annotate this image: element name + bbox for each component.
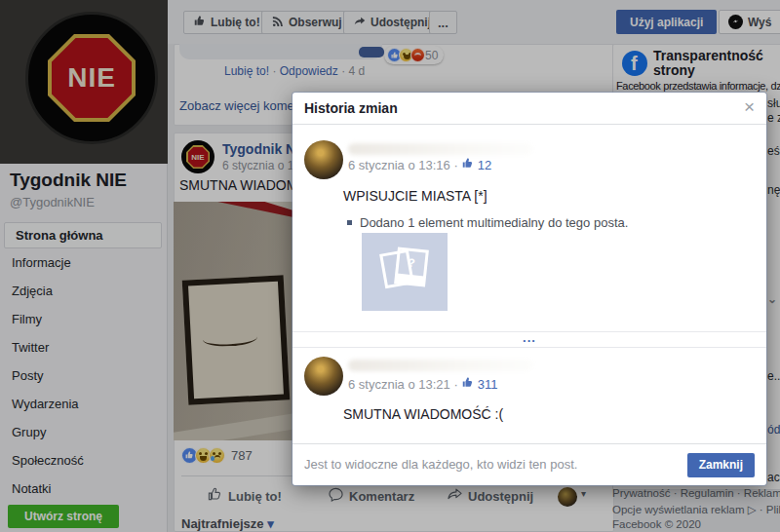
- editor-avatar[interactable]: [304, 357, 343, 396]
- thumbs-up-icon: [462, 158, 474, 172]
- close-icon[interactable]: ×: [744, 96, 755, 118]
- edit-change-item: Dodano 1 element multimedialny do tego p…: [347, 215, 628, 230]
- modal-header: Historia zmian ×: [292, 93, 766, 125]
- blurred-editor-name: [348, 143, 533, 155]
- facebook-page: NIE Lubię to! Obserwuj Udostępnij ... Uż…: [0, 0, 780, 532]
- blurred-editor-name: [348, 360, 533, 371]
- thumbs-up-icon: [462, 377, 474, 392]
- edit-meta: 6 stycznia o 13:16 · 12: [348, 158, 491, 172]
- edit-version-text: WPISUJCIE MIASTA [*]: [343, 188, 488, 204]
- editor-avatar[interactable]: [304, 140, 343, 179]
- edit-timestamp[interactable]: 6 stycznia o 13:21 ·: [348, 377, 458, 392]
- show-more-edits[interactable]: ...: [292, 331, 766, 348]
- edit-meta: 6 stycznia o 13:21 · 311: [348, 377, 497, 392]
- visibility-note: Jest to widoczne dla każdego, kto widzi …: [304, 457, 577, 472]
- like-count[interactable]: 311: [478, 377, 498, 392]
- close-modal-button[interactable]: Zamknij: [687, 453, 755, 477]
- modal-title: Historia zmian: [304, 100, 398, 116]
- media-placeholder: ?: [362, 233, 448, 311]
- modal-footer: Jest to widoczne dla każdego, kto widzi …: [292, 443, 766, 485]
- edit-history-modal: Historia zmian × 6 stycznia o 13:16 · 12…: [292, 93, 766, 485]
- edit-version-text: SMUTNA WIADOMOŚĆ :(: [343, 406, 503, 422]
- edit-timestamp[interactable]: 6 stycznia o 13:16 ·: [348, 158, 458, 172]
- like-count[interactable]: 12: [478, 158, 491, 172]
